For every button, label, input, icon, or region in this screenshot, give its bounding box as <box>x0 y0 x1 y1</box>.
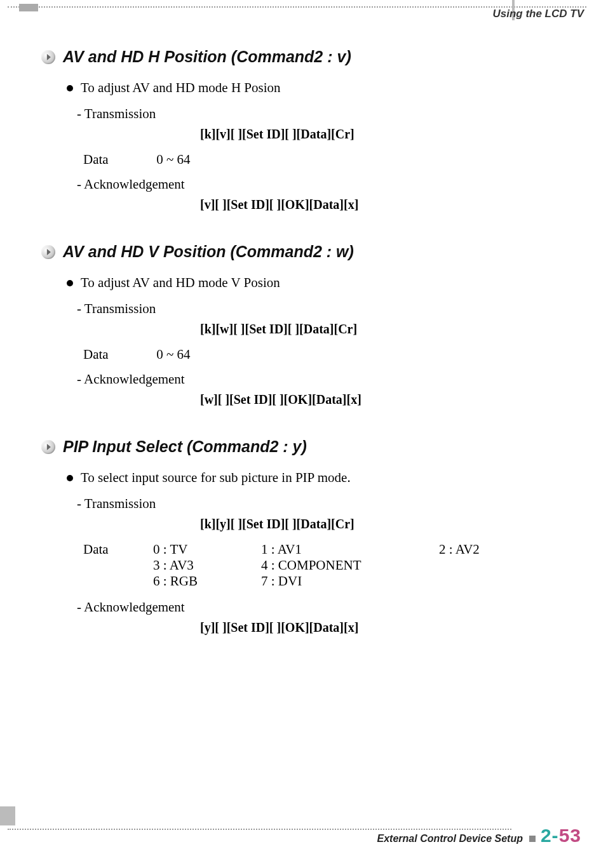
transmission-label: - Transmission <box>77 496 569 512</box>
data-cell <box>439 558 528 573</box>
page-number-prefix: 2- <box>541 825 559 846</box>
data-range: Data 0 ~ 64 <box>83 347 569 363</box>
data-value: 0 ~ 64 <box>156 152 190 167</box>
data-options: Data 0 : TV 1 : AV1 2 : AV2 3 : AV3 4 : … <box>83 542 569 589</box>
section-vpos: AV and HD V Position (Command2 : w) To a… <box>41 243 569 407</box>
data-cell: 6 : RGB <box>153 573 261 589</box>
section-title: AV and HD H Position (Command2 : v) <box>63 48 351 66</box>
section-description: To adjust AV and HD mode H Posion <box>81 80 281 96</box>
chevron-right-icon <box>41 440 55 454</box>
data-range: Data 0 ~ 64 <box>83 152 569 168</box>
data-cell: 7 : DVI <box>261 573 439 589</box>
ornament-bottom-left <box>0 806 15 825</box>
section-description: To select input source for sub picture i… <box>81 470 351 486</box>
chevron-right-icon <box>41 245 55 259</box>
data-label: Data <box>83 152 153 168</box>
data-cell: 2 : AV2 <box>439 542 528 558</box>
chevron-right-icon <box>41 50 55 64</box>
data-cell: 4 : COMPONENT <box>261 558 439 573</box>
bullet-icon <box>67 85 73 91</box>
data-cell: 3 : AV3 <box>153 558 261 573</box>
ornament-top-left <box>19 4 38 11</box>
transmission-code: [k][w][ ][Set ID][ ][Data][Cr] <box>200 322 569 337</box>
data-value: 0 ~ 64 <box>156 347 190 362</box>
bullet-icon <box>67 280 73 286</box>
page-content: AV and HD H Position (Command2 : v) To a… <box>41 48 569 665</box>
ack-code: [v][ ][Set ID][ ][OK][Data][x] <box>200 197 569 212</box>
section-title: PIP Input Select (Command2 : y) <box>63 437 307 456</box>
running-header: Using the LCD TV <box>492 8 584 20</box>
transmission-code: [k][y][ ][Set ID][ ][Data][Cr] <box>200 517 569 531</box>
footer-section-label: External Control Device Setup <box>377 833 523 845</box>
section-title: AV and HD V Position (Command2 : w) <box>63 243 354 261</box>
ack-label: - Acknowledgement <box>77 599 569 615</box>
ack-code: [y][ ][Set ID][ ][OK][Data][x] <box>200 620 569 635</box>
ack-label: - Acknowledgement <box>77 177 569 192</box>
section-hpos: AV and HD H Position (Command2 : v) To a… <box>41 48 569 212</box>
page-number-value: 53 <box>559 825 581 846</box>
transmission-label: - Transmission <box>77 106 569 122</box>
ack-label: - Acknowledgement <box>77 371 569 387</box>
footer-separator-icon <box>529 836 536 842</box>
transmission-code: [k][v][ ][Set ID][ ][Data][Cr] <box>200 127 569 142</box>
section-description: To adjust AV and HD mode V Posion <box>81 275 280 291</box>
page-number: 2-53 <box>541 825 581 846</box>
data-cell <box>439 573 528 589</box>
bullet-icon <box>67 475 73 481</box>
ack-code: [w][ ][Set ID][ ][OK][Data][x] <box>200 392 569 407</box>
data-label: Data <box>83 347 153 363</box>
section-pip: PIP Input Select (Command2 : y) To selec… <box>41 437 569 635</box>
page-footer: External Control Device Setup 2-53 <box>377 825 581 846</box>
data-cell: 1 : AV1 <box>261 542 439 558</box>
transmission-label: - Transmission <box>77 301 569 317</box>
data-label: Data <box>83 542 153 558</box>
data-cell: 0 : TV <box>153 542 261 558</box>
